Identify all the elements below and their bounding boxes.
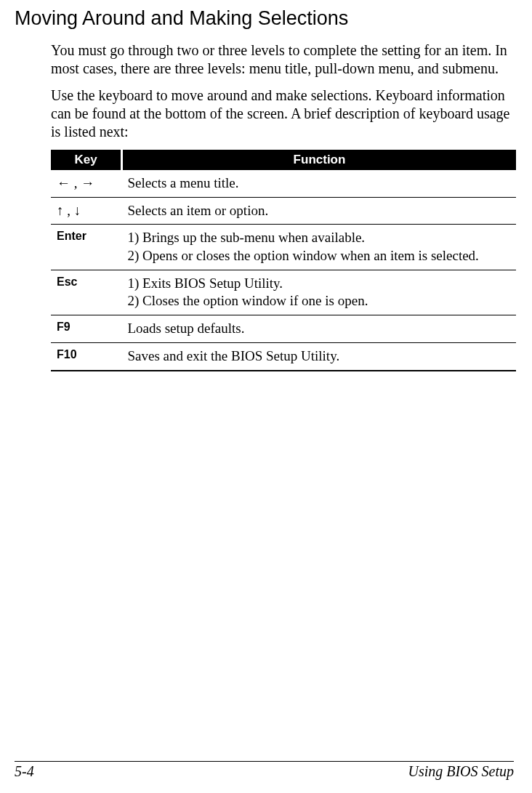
- key-cell: Enter: [51, 225, 122, 270]
- table-row: F10Saves and exit the BIOS Setup Utility…: [51, 342, 516, 370]
- table-row: F9Loads setup defaults.: [51, 315, 516, 343]
- function-cell: Selects an item or option.: [122, 197, 517, 225]
- key-cell: F10: [51, 342, 122, 370]
- table-header-function: Function: [122, 150, 517, 170]
- table-row: ↑ , ↓Selects an item or option.: [51, 197, 516, 225]
- table-row: Esc1) Exits BIOS Setup Utility.2) Closes…: [51, 270, 516, 315]
- function-cell: Saves and exit the BIOS Setup Utility.: [122, 342, 517, 370]
- keyboard-table: Key Function ← , →Selects a menu title.↑…: [51, 150, 516, 371]
- key-cell: ← , →: [51, 170, 122, 197]
- page-number: 5-4: [15, 763, 34, 780]
- table-row: Enter1) Brings up the sub-menu when avai…: [51, 225, 516, 270]
- page-heading: Moving Around and Making Selections: [15, 7, 514, 30]
- function-cell: Loads setup defaults.: [122, 315, 517, 343]
- table-header-key: Key: [51, 150, 122, 170]
- page-footer: 5-4 Using BIOS Setup: [15, 761, 514, 780]
- function-cell: Selects a menu title.: [122, 170, 517, 197]
- paragraph-2: Use the keyboard to move around and make…: [51, 86, 514, 141]
- table-row: ← , →Selects a menu title.: [51, 170, 516, 197]
- section-title: Using BIOS Setup: [408, 763, 514, 780]
- key-cell: Esc: [51, 270, 122, 315]
- function-cell: 1) Brings up the sub-menu when available…: [122, 225, 517, 270]
- key-cell: F9: [51, 315, 122, 343]
- function-cell: 1) Exits BIOS Setup Utility.2) Closes th…: [122, 270, 517, 315]
- paragraph-1: You must go through two or three levels …: [51, 41, 514, 78]
- key-cell: ↑ , ↓: [51, 197, 122, 225]
